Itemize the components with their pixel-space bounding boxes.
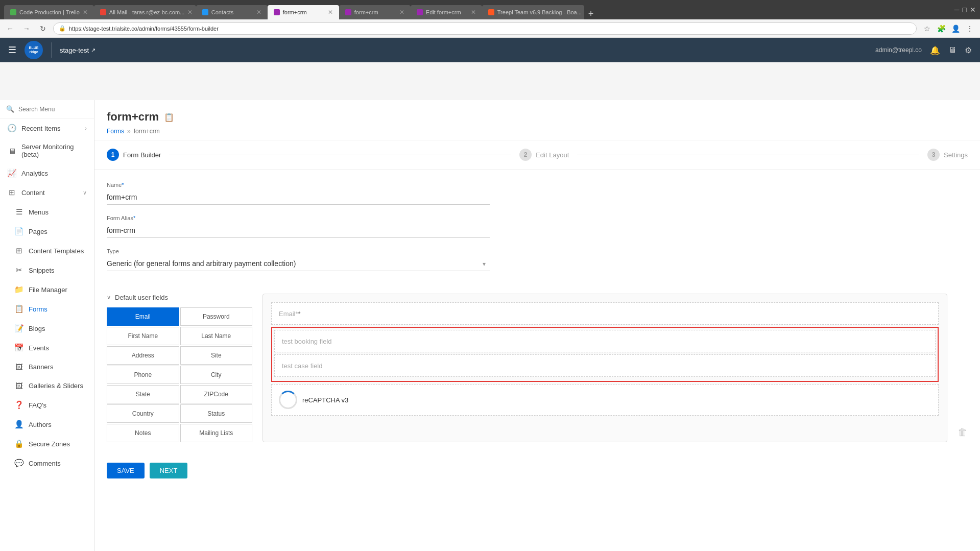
- field-btn-zipcode[interactable]: ZIPCode: [180, 385, 253, 403]
- tab-close-5[interactable]: ✕: [399, 9, 404, 16]
- default-user-fields-title[interactable]: ∨ Default user fields: [107, 294, 252, 301]
- tab-favicon-3: [202, 9, 208, 15]
- address-bar[interactable]: 🔒 https://stage-test.trialsite.co/admin/…: [53, 22, 917, 35]
- new-tab-button[interactable]: +: [584, 9, 598, 19]
- step-2: 2 Edit Layout: [519, 149, 569, 161]
- breadcrumb-forms-link[interactable]: Forms: [107, 128, 124, 135]
- bookmark-icon[interactable]: ☆: [921, 22, 933, 35]
- tab-close-2[interactable]: ✕: [187, 9, 193, 16]
- page-title: form+crm: [107, 110, 159, 124]
- sidebar-item-forms[interactable]: 📋 Forms: [0, 299, 94, 319]
- field-btn-state[interactable]: State: [107, 385, 179, 403]
- forms-label: Forms: [29, 305, 87, 313]
- field-btn-first-name[interactable]: First Name: [107, 327, 179, 345]
- captcha-label: reCAPTCHA v3: [302, 396, 348, 404]
- content-templates-icon: ⊞: [14, 246, 23, 255]
- tab-close-3[interactable]: ✕: [256, 9, 261, 16]
- tab-close-1[interactable]: ✕: [83, 9, 88, 16]
- display-icon[interactable]: 🖥: [948, 45, 957, 55]
- settings-icon[interactable]: ⚙: [965, 45, 972, 55]
- reload-button[interactable]: ↻: [37, 22, 49, 35]
- sidebar-item-analytics[interactable]: 📈 Analytics: [0, 163, 94, 183]
- field-btn-last-name[interactable]: Last Name: [180, 327, 253, 345]
- notifications-icon[interactable]: 🔔: [930, 45, 940, 55]
- external-link-icon[interactable]: ↗: [91, 47, 95, 54]
- stepper: 1 Form Builder 2 Edit Layout 3 Settin: [94, 140, 980, 170]
- sidebar-item-file-manager[interactable]: 📁 File Manager: [0, 280, 94, 299]
- name-required: *: [122, 182, 124, 188]
- sidebar-item-content[interactable]: ⊞ Content ∨: [0, 183, 94, 202]
- minimize-button[interactable]: ─: [954, 6, 960, 14]
- logo-line1: BLUE: [29, 46, 38, 50]
- sidebar-item-server-monitoring[interactable]: 🖥 Server Monitoring (beta): [0, 138, 94, 163]
- faqs-icon: ❓: [14, 400, 23, 410]
- trash-icon-container: 🗑: [958, 294, 968, 442]
- field-btn-country[interactable]: Country: [107, 404, 179, 423]
- browser-tab-4[interactable]: form+crm ✕: [268, 5, 339, 19]
- field-btn-password[interactable]: Password: [180, 307, 253, 326]
- close-button[interactable]: ✕: [970, 6, 976, 14]
- field-btn-status[interactable]: Status: [180, 404, 253, 423]
- forward-button[interactable]: →: [20, 22, 33, 35]
- selected-fields-area: test booking field test case field: [271, 327, 939, 382]
- field-btn-site[interactable]: Site: [180, 346, 253, 365]
- sidebar-item-faqs[interactable]: ❓ FAQ's: [0, 395, 94, 415]
- save-button[interactable]: SAVE: [107, 463, 145, 478]
- field-btn-mailing-lists[interactable]: Mailing Lists: [180, 424, 253, 442]
- step-3-number: 3: [932, 151, 936, 158]
- sidebar-item-pages[interactable]: 📄 Pages: [0, 222, 94, 241]
- tab-label-2: All Mail - taras.r@ez-bc.com...: [109, 9, 184, 15]
- sidebar-item-banners[interactable]: 🖼 Banners: [0, 357, 94, 376]
- browser-tab-5[interactable]: form+crm ✕: [339, 5, 411, 19]
- field-btn-email[interactable]: Email: [107, 307, 179, 326]
- maximize-button[interactable]: □: [963, 6, 967, 14]
- page-title-row: form+crm 📋: [107, 110, 968, 124]
- hamburger-menu[interactable]: ☰: [8, 44, 16, 56]
- admin-email: admin@treepl.co: [875, 46, 922, 54]
- step-3: 3 Settings: [927, 149, 968, 161]
- browser-tab-3[interactable]: Contacts ✕: [196, 5, 268, 19]
- tab-favicon-7: [488, 9, 494, 15]
- sidebar-item-authors[interactable]: 👤 Authors: [0, 415, 94, 434]
- field-btn-address[interactable]: Address: [107, 346, 179, 365]
- tab-close-4[interactable]: ✕: [328, 9, 333, 16]
- field-btn-city[interactable]: City: [180, 366, 253, 384]
- forms-icon: 📋: [14, 304, 23, 314]
- browser-tab-6[interactable]: Edit form+crm ✕: [411, 5, 482, 19]
- preview-field-email-label: Email*: [279, 310, 301, 318]
- profile-icon[interactable]: 👤: [949, 22, 962, 35]
- field-btn-notes[interactable]: Notes: [107, 424, 179, 442]
- browser-tab-7[interactable]: Treepl Team v6.9 Backlog - Boa... ✕: [482, 5, 584, 19]
- next-button[interactable]: NEXT: [150, 463, 188, 478]
- sidebar-item-comments[interactable]: 💬 Comments: [0, 453, 94, 473]
- extensions-icon[interactable]: 🧩: [935, 22, 947, 35]
- sidebar-item-blogs[interactable]: 📝 Blogs: [0, 319, 94, 338]
- search-input[interactable]: [18, 106, 94, 113]
- sidebar-item-secure-zones[interactable]: 🔒 Secure Zones: [0, 434, 94, 453]
- sidebar-item-menus[interactable]: ☰ Menus: [0, 202, 94, 222]
- menu-icon[interactable]: ⋮: [964, 22, 976, 35]
- back-button[interactable]: ←: [4, 22, 16, 35]
- sidebar-item-events[interactable]: 📅 Events: [0, 338, 94, 357]
- sidebar-item-recent-items[interactable]: 🕐 Recent Items ›: [0, 118, 94, 138]
- tab-favicon-4: [274, 9, 280, 15]
- server-monitoring-label: Server Monitoring (beta): [21, 143, 87, 158]
- alias-input[interactable]: [107, 223, 490, 238]
- content-arrow: ∨: [83, 189, 87, 196]
- step-1-circle: 1: [107, 149, 119, 161]
- browser-tabs: Code Production | Trello ✕ All Mail - ta…: [4, 0, 948, 19]
- field-btn-phone[interactable]: Phone: [107, 366, 179, 384]
- sidebar-item-content-templates[interactable]: ⊞ Content Templates: [0, 241, 94, 260]
- trash-icon[interactable]: 🗑: [958, 426, 968, 438]
- name-input[interactable]: [107, 190, 490, 205]
- browser-chrome: Code Production | Trello ✕ All Mail - ta…: [0, 0, 980, 19]
- step-line-2: [577, 155, 919, 155]
- sidebar-item-snippets[interactable]: ✂ Snippets: [0, 260, 94, 280]
- preview-field-email: Email*: [271, 302, 939, 325]
- type-select[interactable]: Generic (for general forms and arbitrary…: [107, 256, 490, 271]
- tab-close-6[interactable]: ✕: [471, 9, 476, 16]
- browser-tab-1[interactable]: Code Production | Trello ✕: [4, 5, 94, 19]
- copy-icon[interactable]: 📋: [164, 112, 174, 122]
- sidebar-item-galleries-sliders[interactable]: 🖼 Galleries & Sliders: [0, 376, 94, 395]
- browser-tab-2[interactable]: All Mail - taras.r@ez-bc.com... ✕: [94, 5, 196, 19]
